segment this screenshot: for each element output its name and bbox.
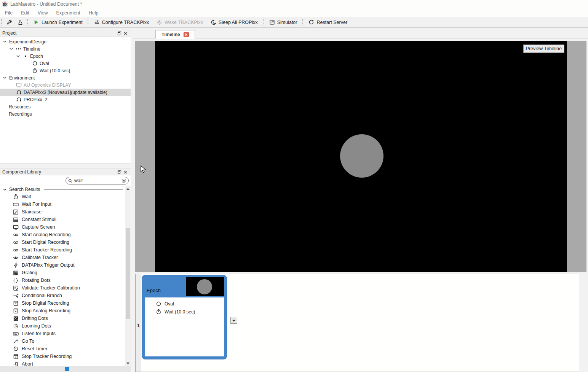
close-tab-icon[interactable] — [184, 32, 189, 37]
library-item-stop-analog-recording[interactable]: Stop Analog Recording — [0, 307, 125, 315]
wake-trackpixx-button[interactable]: Wake TRACKPixx — [153, 17, 207, 27]
clear-search-icon[interactable] — [121, 178, 126, 183]
tools-button[interactable] — [4, 17, 15, 27]
library-item-go-to[interactable]: Go To — [0, 337, 125, 345]
library-item-start-digital-recording[interactable]: Start Digital Recording — [0, 238, 125, 246]
menu-view[interactable]: View — [34, 9, 52, 17]
sleep-all-propixx-button[interactable]: Sleep All PROPixx — [207, 17, 262, 27]
checklist-icon — [13, 285, 19, 291]
configure-trackpixx-button[interactable]: Configure TRACKPixx — [90, 17, 153, 27]
epoch-title: Epoch — [147, 288, 161, 293]
library-item-conditional-branch[interactable]: Conditional Branch — [0, 292, 125, 299]
library-item-stop-tracker-recording[interactable]: Stop Tracker Recording — [0, 353, 125, 360]
epoch-item-wait[interactable]: Wait (10.0 sec) — [145, 308, 224, 316]
tree-item-resources[interactable]: Resources — [0, 103, 131, 110]
tree-item-timeline[interactable]: Timeline — [0, 45, 131, 52]
library-item-start-analog-recording[interactable]: Start Analog Recording — [0, 231, 125, 238]
tree-item-oval[interactable]: Oval — [0, 60, 131, 67]
chevron-down-icon[interactable] — [2, 75, 7, 80]
chevron-down-icon[interactable] — [2, 39, 7, 44]
display-icon — [16, 82, 22, 88]
epoch-block[interactable]: Epoch Oval Wait (10.0 sec) — [142, 275, 227, 359]
oval-thumbnail — [197, 279, 212, 294]
preview-timeline-button[interactable]: Preview Timeline — [523, 45, 564, 53]
chevron-down-icon[interactable] — [2, 187, 7, 192]
close-panel-icon[interactable] — [122, 169, 128, 175]
tree-item-recordings[interactable]: Recordings — [0, 110, 131, 118]
horizontal-scrollbar[interactable] — [0, 366, 131, 372]
stop-recording-icon — [13, 308, 19, 314]
library-item-grating[interactable]: Grating — [0, 269, 125, 277]
reset-timer-icon — [13, 346, 19, 352]
library-item-capture-screen[interactable]: Capture Screen — [0, 223, 125, 231]
library-item-wait[interactable]: Wait — [0, 193, 125, 200]
menu-help[interactable]: Help — [85, 9, 103, 17]
tree-item-wait[interactable]: Wait (10.0 sec) — [0, 67, 131, 74]
toolbar-grip[interactable] — [263, 19, 264, 25]
experiment-tools-button[interactable] — [15, 17, 26, 27]
library-item-staircase[interactable]: Staircase — [0, 208, 125, 216]
search-results-section[interactable]: Search Results — [0, 186, 131, 193]
stopwatch-icon — [13, 194, 19, 200]
close-panel-icon[interactable] — [122, 30, 128, 36]
tab-timeline[interactable]: Timeline — [155, 30, 195, 39]
title-bar: LabMaestro - Untitled Document * — [0, 0, 588, 8]
menu-edit[interactable]: Edit — [17, 9, 34, 17]
tree-item-epoch[interactable]: Epoch — [0, 52, 131, 60]
simulator-button[interactable]: Simulator — [265, 17, 301, 27]
toolbar-grip[interactable] — [302, 19, 304, 25]
library-item-listen-for-inputs[interactable]: Listen for Inputs — [0, 330, 125, 337]
library-item-start-tracker-recording[interactable]: Start Tracker Recording — [0, 246, 125, 254]
scrollbar-thumb[interactable] — [126, 228, 130, 319]
timeline-track-panel: 1 Epoch Oval Wait (10.0 sec) + — [135, 274, 579, 372]
tree-item-experimentdesign[interactable]: ExperimentDesign — [0, 38, 131, 45]
library-item-rotating-dots[interactable]: Rotating Dots — [0, 277, 125, 284]
toolbar-grip[interactable] — [27, 19, 29, 25]
preview-area: Preview Timeline — [135, 41, 586, 272]
headset-icon — [16, 97, 22, 102]
chevron-down-icon[interactable] — [16, 54, 21, 59]
menu-file[interactable]: File — [1, 9, 17, 17]
scroll-down-icon[interactable] — [125, 361, 131, 366]
project-tree: ExperimentDesign Timeline Epoch Oval — [0, 37, 131, 164]
library-item-looming-dots[interactable]: Looming Dots — [0, 322, 125, 330]
toolbar-grip[interactable] — [1, 19, 3, 25]
tree-item-environment[interactable]: Environment — [0, 74, 131, 81]
labmaestro-window: LabMaestro - Untitled Document * File Ed… — [0, 0, 588, 372]
library-item-calibrate-tracker[interactable]: Calibrate Tracker — [0, 254, 125, 261]
scrollbar-thumb[interactable] — [65, 367, 69, 371]
headset-icon — [16, 89, 22, 95]
epoch-item-oval[interactable]: Oval — [145, 300, 224, 308]
library-item-reset-timer[interactable]: Reset Timer — [0, 345, 125, 353]
search-row — [0, 175, 131, 186]
float-panel-icon[interactable] — [116, 169, 122, 175]
float-panel-icon[interactable] — [116, 30, 122, 36]
mouse-cursor — [141, 165, 146, 173]
search-box[interactable] — [66, 177, 129, 184]
project-panel-title: Project — [2, 30, 116, 36]
lightning-icon — [13, 262, 19, 268]
tree-item-au-optronics-display[interactable]: AU Optronics DISPLAY — [0, 81, 131, 89]
menu-experiment[interactable]: Experiment — [52, 9, 85, 17]
library-item-drifting-dots[interactable]: Drifting Dots — [0, 315, 125, 322]
search-input[interactable] — [74, 178, 120, 183]
tree-item-datapixx3[interactable]: DATAPixx3 [Nouveau1](update available) — [0, 89, 131, 96]
toolbar-grip[interactable] — [88, 19, 89, 25]
chevron-down-icon[interactable] — [9, 46, 14, 51]
scroll-up-icon[interactable] — [125, 186, 131, 192]
library-item-wait-for-input[interactable]: Wait For Input — [0, 200, 125, 208]
restart-server-button[interactable]: Restart Server — [305, 17, 351, 27]
looming-dots-icon — [13, 323, 19, 329]
moon-icon — [211, 19, 216, 25]
library-item-validate-tracker-calibration[interactable]: Validate Tracker Calibration — [0, 284, 125, 292]
library-item-datapixx-trigger-output[interactable]: DATAPixx Trigger Output — [0, 261, 125, 269]
library-item-constant-stimuli[interactable]: Constant Stimuli — [0, 216, 125, 223]
left-dock: Project ExperimentDesign Timeline Epoc — [0, 30, 131, 372]
library-item-stop-digital-recording[interactable]: Stop Digital Recording — [0, 299, 125, 307]
search-results-list: Wait Wait For Input Staircase Constant S… — [0, 193, 131, 372]
launch-experiment-button[interactable]: Launch Experiment — [30, 17, 86, 27]
preview-side-strip-left — [135, 41, 155, 272]
tree-item-propixx2[interactable]: PROPixx_2 — [0, 96, 131, 103]
vertical-scrollbar[interactable] — [125, 186, 131, 366]
add-epoch-button[interactable]: + — [230, 317, 237, 324]
